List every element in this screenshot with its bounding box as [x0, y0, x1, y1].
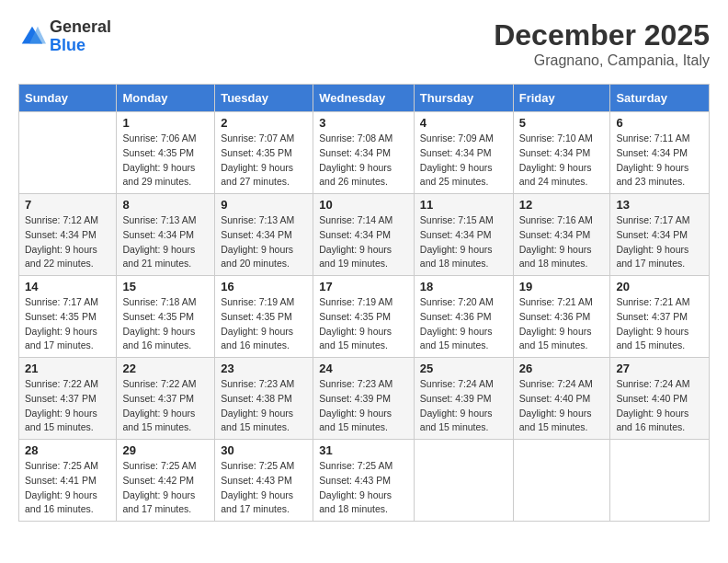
day-info: Sunrise: 7:09 AMSunset: 4:34 PMDaylight:…	[420, 132, 507, 190]
calendar-cell: 28Sunrise: 7:25 AMSunset: 4:41 PMDayligh…	[19, 440, 117, 522]
title-block: December 2025 Gragnano, Campania, Italy	[494, 18, 710, 69]
day-number: 19	[519, 280, 605, 293]
day-info: Sunrise: 7:19 AMSunset: 4:35 PMDaylight:…	[221, 295, 307, 353]
day-number: 28	[25, 443, 110, 457]
header-row: SundayMondayTuesdayWednesdayThursdayFrid…	[19, 85, 710, 112]
calendar-cell: 19Sunrise: 7:21 AMSunset: 4:36 PMDayligh…	[513, 276, 610, 358]
day-number: 8	[122, 198, 209, 212]
calendar-cell: 25Sunrise: 7:24 AMSunset: 4:39 PMDayligh…	[414, 358, 513, 440]
calendar-cell: 18Sunrise: 7:20 AMSunset: 4:36 PMDayligh…	[414, 276, 513, 358]
calendar-cell: 14Sunrise: 7:17 AMSunset: 4:35 PMDayligh…	[19, 276, 117, 358]
day-info: Sunrise: 7:10 AMSunset: 4:34 PMDaylight:…	[519, 132, 605, 190]
day-number: 30	[221, 443, 307, 457]
calendar-cell	[19, 112, 117, 194]
header-saturday: Saturday	[610, 85, 710, 112]
day-info: Sunrise: 7:15 AMSunset: 4:34 PMDaylight:…	[420, 213, 507, 271]
day-number: 22	[122, 362, 209, 375]
day-number: 1	[122, 116, 209, 130]
logo-icon	[18, 23, 46, 51]
calendar-cell: 26Sunrise: 7:24 AMSunset: 4:40 PMDayligh…	[513, 358, 610, 440]
day-number: 29	[122, 443, 209, 457]
day-info: Sunrise: 7:25 AMSunset: 4:43 PMDaylight:…	[221, 459, 307, 517]
calendar-cell: 30Sunrise: 7:25 AMSunset: 4:43 PMDayligh…	[215, 440, 313, 522]
day-info: Sunrise: 7:21 AMSunset: 4:36 PMDaylight:…	[519, 295, 605, 353]
calendar-cell: 9Sunrise: 7:13 AMSunset: 4:34 PMDaylight…	[215, 194, 313, 276]
calendar-cell	[513, 440, 610, 522]
header-wednesday: Wednesday	[313, 85, 415, 112]
calendar-cell: 8Sunrise: 7:13 AMSunset: 4:34 PMDaylight…	[117, 194, 215, 276]
day-info: Sunrise: 7:13 AMSunset: 4:34 PMDaylight:…	[221, 213, 307, 271]
day-info: Sunrise: 7:23 AMSunset: 4:38 PMDaylight:…	[221, 377, 307, 435]
day-number: 27	[616, 362, 703, 375]
day-number: 18	[420, 280, 507, 293]
calendar-week-row: 7Sunrise: 7:12 AMSunset: 4:34 PMDaylight…	[19, 194, 710, 276]
day-number: 31	[319, 443, 408, 457]
day-info: Sunrise: 7:20 AMSunset: 4:36 PMDaylight:…	[420, 295, 507, 353]
day-info: Sunrise: 7:14 AMSunset: 4:34 PMDaylight:…	[319, 213, 408, 271]
calendar-cell: 12Sunrise: 7:16 AMSunset: 4:34 PMDayligh…	[513, 194, 610, 276]
day-info: Sunrise: 7:07 AMSunset: 4:35 PMDaylight:…	[221, 132, 307, 190]
day-info: Sunrise: 7:21 AMSunset: 4:37 PMDaylight:…	[616, 295, 703, 353]
day-info: Sunrise: 7:13 AMSunset: 4:34 PMDaylight:…	[122, 213, 209, 271]
calendar-cell: 23Sunrise: 7:23 AMSunset: 4:38 PMDayligh…	[215, 358, 313, 440]
header-thursday: Thursday	[414, 85, 513, 112]
day-number: 11	[420, 198, 507, 212]
day-number: 7	[25, 198, 110, 212]
calendar-cell: 11Sunrise: 7:15 AMSunset: 4:34 PMDayligh…	[414, 194, 513, 276]
calendar-cell: 15Sunrise: 7:18 AMSunset: 4:35 PMDayligh…	[117, 276, 215, 358]
day-info: Sunrise: 7:25 AMSunset: 4:42 PMDaylight:…	[122, 459, 209, 517]
header-friday: Friday	[513, 85, 610, 112]
calendar-cell: 16Sunrise: 7:19 AMSunset: 4:35 PMDayligh…	[215, 276, 313, 358]
day-info: Sunrise: 7:22 AMSunset: 4:37 PMDaylight:…	[25, 377, 110, 435]
day-info: Sunrise: 7:24 AMSunset: 4:40 PMDaylight:…	[616, 377, 703, 435]
month-title: December 2025	[494, 18, 710, 52]
header-sunday: Sunday	[19, 85, 117, 112]
day-info: Sunrise: 7:08 AMSunset: 4:34 PMDaylight:…	[319, 132, 408, 190]
day-number: 12	[519, 198, 605, 212]
page-header: General Blue December 2025 Gragnano, Cam…	[18, 18, 710, 69]
day-info: Sunrise: 7:18 AMSunset: 4:35 PMDaylight:…	[122, 295, 209, 353]
day-info: Sunrise: 7:24 AMSunset: 4:39 PMDaylight:…	[420, 377, 507, 435]
day-info: Sunrise: 7:25 AMSunset: 4:41 PMDaylight:…	[25, 459, 110, 517]
day-number: 15	[122, 280, 209, 293]
calendar-cell: 3Sunrise: 7:08 AMSunset: 4:34 PMDaylight…	[313, 112, 415, 194]
header-tuesday: Tuesday	[215, 85, 313, 112]
calendar-cell: 24Sunrise: 7:23 AMSunset: 4:39 PMDayligh…	[313, 358, 415, 440]
calendar-cell: 7Sunrise: 7:12 AMSunset: 4:34 PMDaylight…	[19, 194, 117, 276]
day-number: 21	[25, 362, 110, 375]
day-number: 17	[319, 280, 408, 293]
logo-blue: Blue	[50, 37, 111, 55]
day-info: Sunrise: 7:17 AMSunset: 4:34 PMDaylight:…	[616, 213, 703, 271]
calendar-cell: 1Sunrise: 7:06 AMSunset: 4:35 PMDaylight…	[117, 112, 215, 194]
calendar-cell	[610, 440, 710, 522]
calendar-body: 1Sunrise: 7:06 AMSunset: 4:35 PMDaylight…	[19, 112, 710, 522]
calendar-header: SundayMondayTuesdayWednesdayThursdayFrid…	[19, 85, 710, 112]
calendar-cell: 29Sunrise: 7:25 AMSunset: 4:42 PMDayligh…	[117, 440, 215, 522]
calendar-week-row: 21Sunrise: 7:22 AMSunset: 4:37 PMDayligh…	[19, 358, 710, 440]
day-info: Sunrise: 7:24 AMSunset: 4:40 PMDaylight:…	[519, 377, 605, 435]
logo-general: General	[50, 18, 111, 37]
calendar-week-row: 1Sunrise: 7:06 AMSunset: 4:35 PMDaylight…	[19, 112, 710, 194]
day-number: 4	[420, 116, 507, 130]
logo-text: General Blue	[50, 18, 111, 55]
calendar-cell	[414, 440, 513, 522]
calendar-cell: 2Sunrise: 7:07 AMSunset: 4:35 PMDaylight…	[215, 112, 313, 194]
day-number: 26	[519, 362, 605, 375]
calendar-cell: 27Sunrise: 7:24 AMSunset: 4:40 PMDayligh…	[610, 358, 710, 440]
day-number: 20	[616, 280, 703, 293]
day-info: Sunrise: 7:17 AMSunset: 4:35 PMDaylight:…	[25, 295, 110, 353]
day-number: 2	[221, 116, 307, 130]
day-number: 3	[319, 116, 408, 130]
calendar-cell: 22Sunrise: 7:22 AMSunset: 4:37 PMDayligh…	[117, 358, 215, 440]
day-number: 13	[616, 198, 703, 212]
day-number: 9	[221, 198, 307, 212]
calendar-cell: 10Sunrise: 7:14 AMSunset: 4:34 PMDayligh…	[313, 194, 415, 276]
logo: General Blue	[18, 18, 111, 55]
day-info: Sunrise: 7:23 AMSunset: 4:39 PMDaylight:…	[319, 377, 408, 435]
calendar-table: SundayMondayTuesdayWednesdayThursdayFrid…	[18, 84, 710, 522]
day-info: Sunrise: 7:16 AMSunset: 4:34 PMDaylight:…	[519, 213, 605, 271]
day-info: Sunrise: 7:06 AMSunset: 4:35 PMDaylight:…	[122, 132, 209, 190]
day-number: 23	[221, 362, 307, 375]
location: Gragnano, Campania, Italy	[494, 52, 710, 69]
day-number: 14	[25, 280, 110, 293]
